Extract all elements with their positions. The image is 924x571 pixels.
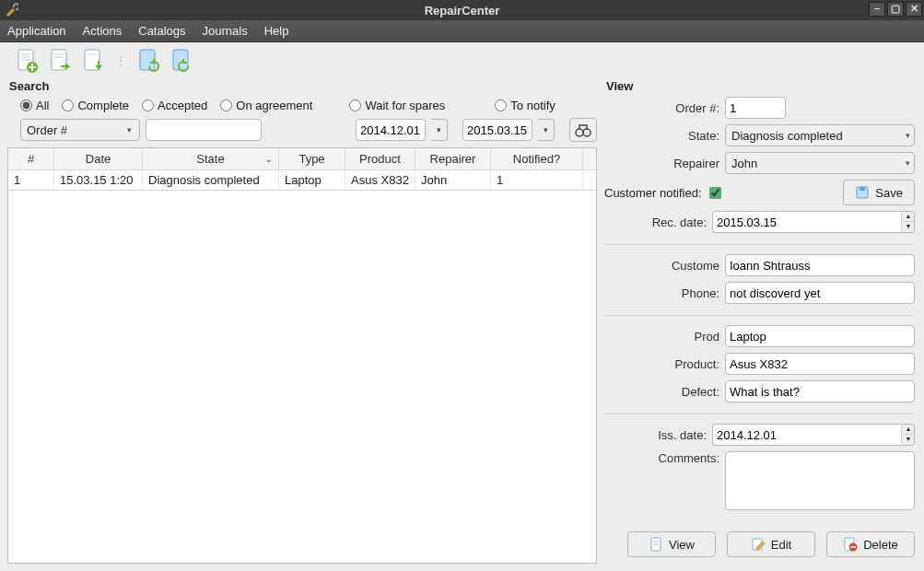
comments-textarea[interactable] [725, 451, 915, 510]
state-label: State: [627, 129, 719, 143]
notified-checkbox[interactable] [709, 187, 721, 199]
grid-header: # Date State⌄ Type Product Repairer Noti… [8, 148, 596, 170]
search-filters: All Complete Accepted On agreement Wait … [7, 97, 597, 118]
customer-input[interactable] [725, 254, 915, 276]
filter-wait-for-spares[interactable]: Wait for spares [349, 99, 445, 112]
filter-to-notify[interactable]: To notify [495, 99, 555, 112]
view-title: View [606, 79, 915, 93]
notified-label: Customer notified: [604, 186, 702, 200]
svg-point-12 [576, 129, 583, 136]
doc-icon [649, 537, 663, 552]
col-num[interactable]: # [8, 148, 54, 169]
phone-input[interactable] [725, 282, 915, 304]
col-notified[interactable]: Notified? [491, 148, 583, 169]
binoculars-icon [575, 122, 591, 138]
svg-rect-11 [173, 50, 188, 70]
order-label: Order #: [627, 101, 719, 115]
doc-sync-b-icon[interactable] [170, 48, 193, 74]
col-state[interactable]: State⌄ [143, 148, 279, 169]
chevron-down-icon: ▾ [902, 131, 914, 140]
menu-help[interactable]: Help [264, 24, 289, 38]
repairer-label: Repairer [627, 157, 719, 170]
state-select[interactable]: Diagnosis completed▾ [725, 124, 915, 146]
filter-all[interactable]: All [20, 99, 49, 112]
date-to-dropdown[interactable]: ▾ [538, 119, 555, 141]
close-button[interactable]: ✕ [906, 2, 922, 17]
step-down-icon[interactable]: ▾ [902, 222, 914, 232]
phone-label: Phone: [627, 286, 719, 300]
product-label: Product: [627, 357, 719, 371]
search-title: Search [9, 79, 597, 93]
toolbar-separator: ⋮ [114, 53, 127, 68]
issdate-label: Iss. date: [614, 428, 707, 442]
doc-sync-a-icon[interactable] [136, 48, 160, 74]
search-button[interactable] [569, 118, 597, 142]
menu-actions[interactable]: Actions [83, 24, 123, 38]
toolbar: ⋮ [4, 46, 920, 79]
chevron-down-icon: ▾ [123, 125, 135, 134]
svg-rect-10 [140, 50, 155, 70]
issdate-input[interactable]: ▴▾ [712, 424, 915, 446]
menu-catalogs[interactable]: Catalogs [138, 24, 185, 38]
delete-icon [843, 537, 858, 552]
defect-label: Defect: [627, 385, 719, 399]
recdate-label: Rec. date: [614, 216, 707, 229]
window-title: RepairCenter [0, 4, 924, 17]
new-doc-down-icon[interactable] [81, 48, 105, 74]
svg-rect-15 [860, 187, 865, 191]
filter-complete[interactable]: Complete [62, 99, 129, 112]
orders-grid[interactable]: # Date State⌄ Type Product Repairer Noti… [7, 147, 597, 564]
recdate-input[interactable]: ▴▾ [712, 211, 915, 233]
customer-label: Custome [627, 259, 719, 273]
title-bar: RepairCenter – ▢ ✕ [0, 0, 924, 20]
maximize-button[interactable]: ▢ [887, 2, 904, 17]
search-query-input[interactable] [146, 119, 262, 141]
prod-label: Prod [627, 330, 719, 344]
product-input[interactable] [725, 353, 915, 375]
save-button[interactable]: Save [843, 180, 915, 205]
pencil-icon [751, 537, 766, 552]
repairer-select[interactable]: John▾ [725, 152, 915, 174]
client-area: ⋮ Search All Complete Accepted O [0, 42, 924, 571]
col-date[interactable]: Date [54, 148, 143, 169]
minimize-button[interactable]: – [869, 2, 885, 17]
step-down-icon[interactable]: ▾ [902, 435, 914, 445]
date-from-input[interactable] [356, 119, 426, 141]
menu-journals[interactable]: Journals [203, 24, 248, 38]
comments-label: Comments: [627, 451, 719, 465]
svg-rect-22 [850, 546, 856, 548]
view-button[interactable]: View [627, 531, 716, 557]
save-icon [855, 185, 870, 200]
date-from-dropdown[interactable]: ▾ [431, 119, 448, 141]
prodtype-input[interactable] [725, 325, 915, 347]
col-product[interactable]: Product [345, 148, 415, 169]
sort-indicator-icon: ⌄ [265, 155, 273, 164]
col-type[interactable]: Type [279, 148, 345, 169]
new-doc-right-icon[interactable] [48, 48, 72, 74]
svg-point-13 [583, 129, 591, 136]
step-up-icon[interactable]: ▴ [902, 212, 914, 222]
step-up-icon[interactable]: ▴ [902, 425, 914, 435]
delete-button[interactable]: Delete [826, 531, 915, 557]
chevron-down-icon: ▾ [902, 158, 914, 168]
date-to-input[interactable] [462, 119, 532, 141]
defect-input[interactable] [725, 380, 915, 402]
edit-button[interactable]: Edit [727, 531, 815, 557]
table-row[interactable]: 1 15.03.15 1:20 Diagnosis completed Lapt… [8, 170, 596, 191]
menu-application[interactable]: Application [7, 24, 66, 38]
menu-bar: Application Actions Catalogs Journals He… [0, 20, 924, 42]
filter-on-agreement[interactable]: On agreement [220, 99, 312, 112]
filter-accepted[interactable]: Accepted [142, 99, 207, 112]
order-input[interactable] [725, 97, 786, 119]
new-doc-icon[interactable] [15, 48, 39, 74]
search-field-combo[interactable]: Order # ▾ [20, 119, 140, 141]
col-repairer[interactable]: Repairer [415, 148, 491, 169]
